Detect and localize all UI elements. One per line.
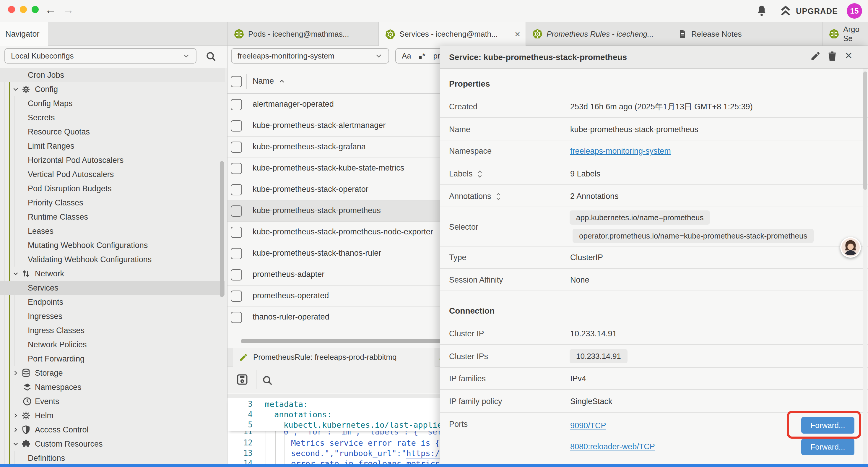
editor-search-icon[interactable] [262,375,273,386]
name-label: Name [449,125,470,134]
chevron-right-icon[interactable] [12,370,19,376]
sidebar-scrollbar-thumb[interactable] [220,161,224,297]
delete-trash-icon[interactable] [827,50,838,62]
editor-tab-prometheusrule[interactable]: PrometheusRule: freeleaps-prod-rabbitmq [233,348,435,367]
sidebar-item-port-forwarding[interactable]: Port Forwarding [0,352,225,366]
sidebar-item-endpoints[interactable]: Endpoints [0,295,225,309]
namespace-filter-select[interactable]: freeleaps-monitoring-system [231,48,389,63]
kubeconfig-selector-value: Local Kubeconfigs [11,52,73,61]
close-tab-icon[interactable]: × [515,29,526,39]
sidebar-item-ingresses[interactable]: Ingresses [0,309,225,323]
upgrade-icon[interactable] [779,5,792,17]
column-header-name[interactable]: Name [253,77,285,86]
forward-port-button-8080[interactable]: Forward... [801,439,855,455]
tab-label: Argo Se [843,25,868,43]
upgrade-button[interactable]: UPGRADE [796,7,838,16]
row-checkbox[interactable] [231,269,242,281]
chevron-down-icon[interactable] [12,441,19,447]
close-panel-icon[interactable]: × [845,49,852,63]
sidebar-group-helm[interactable]: Helm [0,408,225,423]
sidebar-item-vertical-pod-autoscalers[interactable]: Vertical Pod Autoscalers [0,167,225,181]
sidebar-item-mutating-webhook-configurations[interactable]: Mutating Webhook Configurations [0,238,225,253]
tab-prometheus-rules[interactable]: Prometheus Rules - icecheng... [526,22,671,46]
kubernetes-icon [234,29,244,39]
annotations-label[interactable]: Annotations [449,192,502,201]
sidebar-item-leases[interactable]: Leases [0,224,225,238]
regex-toggle[interactable]: * [419,51,426,61]
kubernetes-icon [385,29,395,39]
annotations-count: 2 Annotations [570,192,619,201]
row-checkbox[interactable] [231,248,242,259]
kubeconfig-selector[interactable]: Local Kubeconfigs [4,48,196,63]
sidebar-group-network[interactable]: Network [0,267,225,281]
expand-collapse-icon[interactable] [495,192,502,201]
tab-navigator[interactable]: Navigator [0,22,48,46]
row-checkbox[interactable] [231,163,242,174]
sidebar-item-pod-disruption-budgets[interactable]: Pod Disruption Budgets [0,181,225,196]
sidebar-item-events[interactable]: Events [0,394,225,408]
chevron-down-icon[interactable] [12,270,19,277]
edit-pencil-icon[interactable] [810,51,821,61]
labels-label[interactable]: Labels [449,169,483,179]
window-close-button[interactable] [8,6,15,13]
sidebar-item-ingress-classes[interactable]: Ingress Classes [0,323,225,338]
ip-families-value: IPv4 [570,374,586,383]
sidebar-group-access-control[interactable]: Access Control [0,423,225,437]
sidebar-item-limit-ranges[interactable]: Limit Ranges [0,139,225,153]
forward-button[interactable]: → [63,4,74,17]
namespace-link[interactable]: freeleaps-monitoring-system [570,147,671,156]
editor-sticky-lines: 3 metadata: 4 annotations: 5 kubectl.kub… [227,398,440,431]
row-divider [440,140,868,140]
sidebar-item-resource-quotas[interactable]: Resource Quotas [0,125,225,139]
window-minimize-button[interactable] [20,6,27,13]
tab-services[interactable]: Services - icecheng@math... × [379,22,526,46]
select-all-checkbox[interactable] [231,76,242,87]
chevron-right-icon[interactable] [12,412,19,419]
tab-argo[interactable]: Argo Se [823,22,868,46]
sidebar-item-validating-webhook-configurations[interactable]: Validating Webhook Configurations [0,253,225,267]
notification-count-badge[interactable]: 15 [847,3,862,19]
avatar[interactable] [840,237,861,258]
sidebar-item-network-policies[interactable]: Network Policies [0,338,225,352]
row-checkbox[interactable] [231,227,242,238]
row-checkbox[interactable] [231,312,242,323]
row-checkbox[interactable] [231,142,242,153]
sidebar-item-priority-classes[interactable]: Priority Classes [0,196,225,210]
row-checkbox[interactable] [231,291,242,302]
row-checkbox[interactable] [231,205,242,217]
detail-scrollbar-thumb[interactable] [863,71,867,190]
window-zoom-button[interactable] [32,6,39,13]
sidebar-group-custom-resources[interactable]: Custom Resources [0,437,225,451]
save-icon[interactable] [236,373,249,386]
row-checkbox[interactable] [231,99,242,110]
table-horizontal-scrollbar[interactable] [241,339,450,343]
sidebar-item-runtime-classes[interactable]: Runtime Classes [0,210,225,224]
tab-pods[interactable]: Pods - icecheng@mathmas... [227,22,379,46]
sidebar-item-namespaces[interactable]: Namespaces [0,380,225,394]
sidebar-item-config-maps[interactable]: Config Maps [0,96,225,111]
sidebar-item-horizontal-pod-autoscalers[interactable]: Horizontal Pod Autoscalers [0,153,225,167]
tab-release-notes[interactable]: Release Notes [671,22,823,46]
sidebar-item-cron-jobs[interactable]: Cron Jobs [0,68,225,82]
notifications-bell-icon[interactable] [756,5,768,17]
sidebar-item-services[interactable]: Services [0,281,225,295]
chevron-right-icon[interactable] [12,427,19,433]
back-button[interactable]: ← [45,4,56,17]
type-label: Type [449,253,466,262]
sidebar-group-storage[interactable]: Storage [0,366,225,380]
navigator-search-icon[interactable] [205,51,217,62]
type-value: ClusterIP [570,253,603,262]
port-link-9090[interactable]: 9090/TCP [570,421,606,430]
row-divider [440,117,868,118]
row-checkbox[interactable] [231,184,242,195]
created-value: 253d 16h 6m ago (2025年1月13日 GMT+8 1:25:3… [570,102,753,111]
match-case-toggle[interactable]: Aa [402,52,411,61]
chevron-down-icon[interactable] [12,86,19,92]
sidebar-item-definitions[interactable]: Definitions [0,451,225,465]
sidebar-item-secrets[interactable]: Secrets [0,111,225,125]
port-link-8080[interactable]: 8080:reloader-web/TCP [570,442,655,451]
row-checkbox[interactable] [231,120,242,132]
sidebar-group-config[interactable]: Config [0,82,225,96]
row-divider [440,162,868,162]
expand-collapse-icon[interactable] [476,169,483,179]
